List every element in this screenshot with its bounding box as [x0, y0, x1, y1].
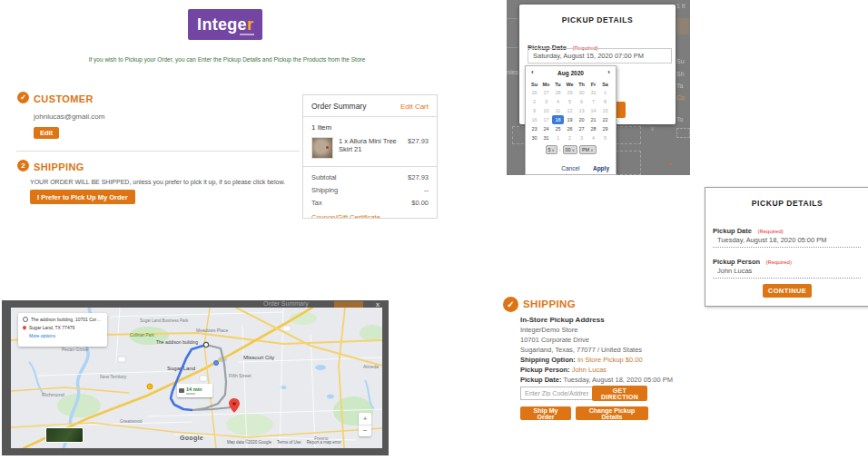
calendar-day[interactable]: 5	[564, 97, 576, 106]
calendar-apply-button[interactable]: Apply	[593, 165, 609, 171]
coupon-link[interactable]: Coupon/Gift Certificate	[311, 213, 429, 219]
prefer-pickup-button[interactable]: I Prefer to Pick Up My Order	[30, 190, 135, 204]
satellite-toggle[interactable]	[45, 427, 84, 443]
origin-marker	[203, 342, 208, 347]
pickup-date-input[interactable]: Tuesday, August 18, 2020 05:00 PM	[713, 233, 861, 248]
pickup-date-input[interactable]: Saturday, August 15, 2020 07:00 PM	[528, 48, 672, 64]
calendar-day[interactable]: 30	[576, 88, 587, 97]
calendar-day[interactable]: 21	[587, 115, 599, 124]
logo-text: Intege	[197, 15, 247, 34]
meridiem-select[interactable]: PM∨	[579, 145, 597, 154]
calendar-day[interactable]: 26	[564, 124, 576, 133]
map-zoom-control: + −	[359, 413, 371, 436]
map-data-credit: Map data ©2020 Google	[227, 440, 271, 445]
calendar-day[interactable]: 4	[587, 133, 599, 142]
calendar-day[interactable]: 16	[528, 115, 540, 124]
directions-card: The addison building, 10701 Corporate Dr…	[18, 313, 107, 347]
calendar-day[interactable]: 10	[540, 106, 552, 115]
store-logo: Integer	[188, 9, 262, 40]
calendar-day[interactable]: 3	[576, 133, 587, 142]
prev-month-icon[interactable]: ‹	[531, 68, 534, 76]
dim-summary-text: To	[676, 116, 683, 122]
calendar-day[interactable]: 29	[564, 88, 576, 97]
hour-select[interactable]: 5∨	[546, 145, 557, 154]
calendar-day[interactable]: 17	[540, 115, 552, 124]
continue-button[interactable]: CONTINUE	[763, 284, 812, 298]
map-panel[interactable]: Sugar Land Business Park Meadows Place T…	[11, 308, 382, 448]
calendar-day[interactable]: 24	[540, 124, 552, 133]
dim-summary-text: 1 It	[676, 3, 686, 9]
dim-bleed-text: nles	[507, 69, 518, 75]
shipping-option-label: Shipping Option:	[520, 356, 576, 364]
calendar-day[interactable]: 2	[564, 133, 576, 142]
calendar-day[interactable]: 29	[599, 124, 611, 133]
report-error-link[interactable]: Report a map error	[307, 440, 341, 445]
calendar-day[interactable]: 1	[599, 88, 611, 97]
calendar-day[interactable]: 31	[587, 88, 599, 97]
zoom-in-button[interactable]: +	[359, 413, 371, 425]
calendar-day[interactable]: 20	[576, 115, 587, 124]
calendar-day[interactable]: 2	[528, 97, 540, 106]
calendar-day[interactable]: 31	[540, 133, 552, 142]
map-label: New Territory	[100, 374, 126, 379]
calendar-day[interactable]: 22	[599, 115, 611, 124]
shipping-option-value: In Store Pickup $0.00	[577, 356, 643, 364]
shipping-step-title: SHIPPING	[34, 161, 84, 172]
calendar-day[interactable]: 13	[576, 106, 587, 115]
change-pickup-details-button[interactable]: Change Pickup Details	[576, 406, 648, 420]
map-label: Almeda	[363, 364, 379, 369]
calendar-cancel-button[interactable]: Cancel	[561, 165, 579, 171]
calendar-day[interactable]: 3	[540, 97, 552, 106]
calendar-day[interactable]: 12	[564, 106, 576, 115]
destination-pin-icon	[22, 325, 27, 330]
get-direction-button[interactable]: GET DIRECTION	[592, 386, 647, 401]
dim-divider	[507, 47, 518, 48]
next-month-icon[interactable]: ›	[607, 68, 610, 76]
calendar-day[interactable]: 14	[587, 106, 599, 115]
calendar-day-header: Mo	[540, 80, 552, 88]
logo-tagline-bar	[240, 34, 254, 35]
calendar-day[interactable]: 27	[576, 124, 587, 133]
ship-my-order-button[interactable]: Ship My Order	[520, 406, 571, 420]
calendar-day[interactable]: 15	[599, 106, 611, 115]
calendar-day[interactable]: 28	[587, 124, 599, 133]
calendar-day-selected[interactable]: 18	[552, 115, 564, 124]
calendar-day[interactable]: 9	[528, 106, 540, 115]
calendar-day[interactable]: 30	[528, 133, 540, 142]
calendar-day[interactable]: 25	[552, 124, 564, 133]
zoom-out-button[interactable]: −	[359, 426, 371, 437]
calendar-day[interactable]: 11	[552, 106, 564, 115]
pickup-person-label: Pickup Person:	[520, 366, 570, 374]
calendar-day-header: Th	[576, 80, 587, 88]
route-time-badge[interactable]: 14 min	[177, 384, 212, 397]
calendar-day[interactable]: 1	[552, 133, 564, 142]
dim-select-caret-icon: ∨	[650, 125, 655, 132]
section-divider	[16, 151, 300, 152]
dim-divider	[507, 18, 518, 19]
calendar-day[interactable]: 27	[540, 88, 552, 97]
calendar-day[interactable]: 8	[599, 97, 611, 106]
pickup-person-input[interactable]: John Lucas	[713, 264, 861, 279]
calendar-day[interactable]: 6	[576, 97, 587, 106]
map-label: Meadows Place	[196, 328, 228, 333]
calendar-day[interactable]: 19	[564, 115, 576, 124]
calendar-day[interactable]: 28	[552, 88, 564, 97]
calendar-day[interactable]: 7	[587, 97, 599, 106]
calendar-day[interactable]: 26	[528, 88, 540, 97]
product-thumbnail-detail	[326, 146, 329, 149]
select-caret-icon: ∨	[552, 148, 555, 152]
terms-of-use-link[interactable]: Terms of Use	[277, 440, 301, 445]
calendar-day[interactable]: 5	[599, 133, 611, 142]
edit-customer-button[interactable]: Edit	[34, 127, 59, 139]
more-options-link[interactable]: More options	[29, 333, 103, 338]
calendar-day[interactable]: 4	[552, 97, 564, 106]
edit-cart-link[interactable]: Edit Cart	[400, 103, 429, 111]
calendar-day[interactable]: 23	[528, 124, 540, 133]
dim-summary-text: Ta	[676, 83, 683, 89]
pickup-intro-text: If you wish to Pickup your Order, you ca…	[0, 56, 454, 63]
minute-select[interactable]: 00∨	[563, 145, 577, 154]
summary-row-label: Subtotal	[311, 173, 337, 181]
zip-code-input[interactable]	[520, 387, 593, 400]
select-caret-icon: ∨	[572, 148, 575, 152]
check-icon: ✓	[507, 299, 514, 309]
